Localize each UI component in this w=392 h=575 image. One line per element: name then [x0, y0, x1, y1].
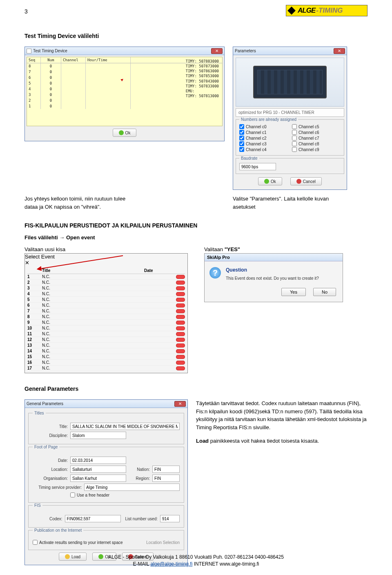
channel-checkbox[interactable]: Channel c7	[292, 136, 341, 140]
event-row[interactable]: 17N.C.	[27, 366, 185, 371]
question-icon: ?	[209, 267, 221, 279]
event-row[interactable]: 16N.C.	[27, 360, 185, 366]
status-pill-icon	[176, 349, 185, 353]
caption-right: Valitse "Parameters". Laita kellolle kuv…	[233, 195, 368, 211]
status-pill-icon	[176, 361, 185, 365]
status-pill-icon	[176, 309, 185, 313]
channel-checkbox[interactable]: Channel c6	[292, 130, 341, 135]
parameters-window: Parameters ✕ optimized for PRG 10 - CHAN…	[233, 47, 347, 190]
channel-checkbox[interactable]: Channel c4	[239, 147, 288, 152]
baudrate-legend: Baudrate	[239, 156, 259, 160]
col-seq: Seq	[27, 57, 41, 63]
annotation-arrow-icon	[35, 254, 125, 271]
cancel-button[interactable]: Cancel	[290, 177, 322, 185]
event-row[interactable]: 7N.C.	[27, 308, 185, 314]
event-row[interactable]: 3N.C.	[27, 285, 185, 291]
col-channel: Channel	[61, 57, 86, 63]
status-pill-icon	[176, 355, 185, 359]
status-pill-icon	[176, 332, 185, 336]
dialog-title: SkiAlp Pro	[205, 254, 343, 261]
org-input[interactable]	[70, 475, 126, 482]
event-row[interactable]: 2N.C.	[27, 280, 185, 285]
channel-checkbox[interactable]: Channel c3	[239, 141, 288, 146]
event-row[interactable]: 11N.C.	[27, 331, 185, 337]
event-row[interactable]: 1N.C.	[27, 274, 185, 280]
caption-select-event: Valitaan uusi kisa	[24, 246, 188, 252]
fis-legend: FIS	[33, 503, 42, 508]
ttd-raw-data: TIMY: 507883000TIMY: 507873000TIMY: 5078…	[186, 59, 219, 98]
date-label: Date:	[33, 458, 68, 463]
event-row[interactable]: 15N.C.	[27, 354, 185, 360]
channel-checkbox[interactable]: Channel c8	[292, 141, 341, 146]
dialog-heading: Question	[226, 267, 319, 273]
page-footer: ALGE - Sportele Oy Valkokuja 1 88610 Vuo…	[24, 554, 368, 568]
event-row[interactable]: 6N.C.	[27, 303, 185, 308]
channel-checkbox[interactable]: Channel c1	[239, 130, 288, 135]
ttd-data-panel: Seq Num Channel Hour/Time 80706050403020…	[27, 57, 223, 126]
pub-legend: Publication on the Internet	[33, 528, 83, 533]
ok-label: Ok	[125, 131, 131, 135]
tsp-input[interactable]	[84, 484, 180, 491]
event-row[interactable]: 5N.C.	[27, 297, 185, 303]
dialog-message: This Event does not exist. Do you want t…	[226, 276, 319, 281]
section1-heading: Test Timing Device välilehti	[24, 33, 368, 39]
location-input[interactable]	[70, 466, 126, 473]
event-row[interactable]: 12N.C.	[27, 337, 185, 343]
discipline-label: Discipline:	[33, 433, 68, 438]
caption-msgbox: Valitaan "YES"	[204, 246, 343, 252]
close-icon[interactable]: ✕	[211, 48, 223, 54]
region-input[interactable]	[152, 475, 180, 482]
status-pill-icon	[176, 286, 185, 290]
window-title: Test Timing Device	[33, 49, 211, 53]
test-timing-device-window: Test Timing Device ✕ Seq Num Channel Hou…	[24, 47, 225, 141]
status-pill-icon	[176, 281, 185, 285]
col-num: Num	[41, 57, 61, 63]
event-row[interactable]: 4N.C.	[27, 291, 185, 297]
free-header-checkbox[interactable]: Use a free header	[70, 493, 109, 497]
footer-email-link[interactable]: alge@alge-timing.fi	[150, 561, 192, 567]
date-input[interactable]	[70, 457, 126, 464]
discipline-input[interactable]	[70, 432, 126, 439]
channel-checkbox[interactable]: Channel c9	[292, 147, 341, 152]
location-label: Location:	[33, 467, 68, 472]
yes-button[interactable]: Yes	[281, 288, 306, 296]
window-title: Parameters	[235, 49, 334, 53]
status-pill-icon	[176, 275, 185, 279]
ok-icon	[264, 179, 269, 184]
title-input[interactable]	[70, 423, 180, 430]
event-row[interactable]: 14N.C.	[27, 348, 185, 354]
general-parameters-window: General Parameters ✕ Titles Title: Disci…	[24, 399, 188, 565]
close-icon[interactable]: ✕	[174, 401, 186, 407]
channel-checkbox[interactable]: Channel c0	[239, 124, 288, 129]
event-row[interactable]: 10N.C.	[27, 325, 185, 331]
location-selection-disabled: Location Selection	[146, 540, 180, 545]
baudrate-select[interactable]	[239, 163, 276, 170]
nation-input[interactable]	[152, 466, 180, 473]
cancel-icon	[296, 179, 301, 184]
codex-input[interactable]	[65, 515, 121, 522]
cancel-label: Cancel	[303, 179, 316, 184]
status-pill-icon	[176, 321, 185, 325]
page-number: 3	[24, 8, 28, 15]
ok-icon	[119, 130, 124, 135]
ok-button[interactable]: Ok	[258, 177, 282, 185]
select-event-window: Select Event ✕ Title Date 1N.C.2N.C.3N.C…	[24, 253, 188, 373]
channel-checkbox[interactable]: Channel c2	[239, 136, 288, 140]
event-row[interactable]: 8N.C.	[27, 314, 185, 320]
codex-label: Codex:	[33, 517, 62, 521]
ok-button[interactable]: Ok	[113, 129, 137, 137]
status-pill-icon	[176, 343, 185, 348]
section2-sub: Files välilehti → Open event	[24, 234, 368, 241]
org-label: Organisation:	[33, 476, 68, 481]
status-pill-icon	[176, 292, 185, 296]
list-input[interactable]	[160, 515, 180, 522]
no-button[interactable]: No	[313, 288, 336, 296]
event-row[interactable]: 9N.C.	[27, 320, 185, 325]
tsp-label: Timing service provider:	[33, 485, 82, 490]
close-icon[interactable]: ✕	[334, 48, 345, 54]
svg-line-1	[38, 256, 123, 269]
channel-checkbox[interactable]: Channel c5	[292, 124, 341, 129]
status-pill-icon	[176, 338, 185, 342]
event-row[interactable]: 13N.C.	[27, 343, 185, 348]
publish-checkbox[interactable]: Activate results sending to your interne…	[33, 540, 123, 545]
